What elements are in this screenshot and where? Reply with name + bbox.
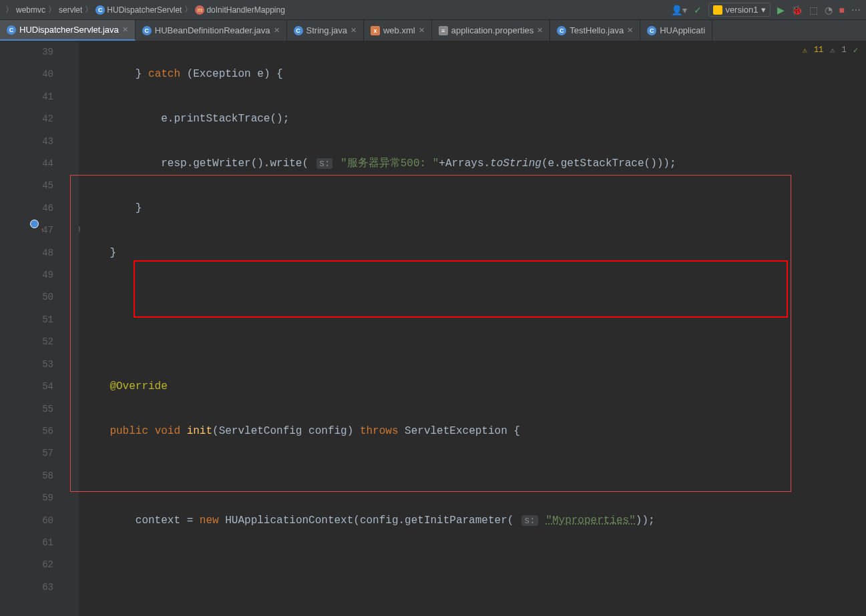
stop-icon[interactable]: ■ (839, 5, 845, 15)
close-icon[interactable]: ✕ (122, 25, 128, 34)
code-line (84, 286, 866, 308)
toolbar: 〉 webmvc 〉 servlet 〉 C HUDispatcherServl… (0, 0, 866, 20)
breadcrumb-method[interactable]: m doInitHandlerMapping (195, 5, 284, 15)
java-class-icon: C (557, 26, 566, 35)
checkmark-icon: ✓ (853, 45, 858, 55)
editor-tabs: C HUDispatcherServlet.java ✕ C HUBeanDef… (0, 20, 866, 41)
warning-icon: ⚠ (803, 45, 807, 55)
code-line: resp.getWriter().write( s: "服务器异常500: "+… (84, 153, 866, 175)
user-icon[interactable]: 👤▾ (671, 5, 687, 15)
java-class-icon: C (7, 25, 16, 35)
code-line (84, 554, 866, 576)
class-icon: C (95, 5, 105, 15)
code-line: } catch (Exception e) { (84, 63, 866, 85)
code-line: public void init(ServletConfig config) t… (84, 420, 866, 442)
parameter-hint: s: (316, 158, 333, 169)
toolbar-right: 👤▾ ✓ version1 ▾ ▶ 🐞 ⬚ ◔ ■ ⋯ (671, 3, 861, 17)
code-line (84, 331, 866, 353)
code-line: context = new HUApplicationContext(confi… (84, 510, 866, 532)
tab-huapp[interactable]: C HUApplicati (640, 20, 712, 41)
tab-string[interactable]: C String.java ✕ (287, 20, 364, 41)
vcs-checkmark-icon[interactable]: ✓ (694, 5, 702, 15)
code-line (84, 599, 866, 616)
breadcrumb-webmvc[interactable]: webmvc (16, 5, 45, 15)
xml-icon: x (371, 26, 380, 35)
override-icon[interactable] (30, 220, 39, 228)
tab-hudispatcher[interactable]: C HUDispatcherServlet.java ✕ (0, 20, 136, 41)
close-icon[interactable]: ✕ (351, 26, 357, 35)
fold-column (67, 41, 79, 616)
weak-warning-icon: ⚠ (830, 45, 835, 55)
properties-icon: ≡ (439, 26, 448, 35)
breadcrumb[interactable]: 〉 webmvc 〉 servlet 〉 C HUDispatcherServl… (5, 4, 668, 15)
coverage-icon[interactable]: ⬚ (809, 5, 818, 15)
up-arrow-icon: ↑ (40, 220, 45, 242)
parameter-hint: s: (521, 515, 538, 526)
breadcrumb-sep-icon: 〉 (184, 4, 192, 15)
java-class-icon: C (142, 26, 152, 35)
code-line: } (84, 198, 866, 220)
code-area[interactable]: } catch (Exception e) { e.printStackTrac… (79, 41, 866, 616)
breadcrumb-servlet[interactable]: servlet (59, 5, 82, 15)
profiler-icon[interactable]: ◔ (825, 5, 833, 15)
editor[interactable]: 39 40 41 42 43 44 45 46 47↑@ 48 49 50 51… (0, 41, 866, 616)
tab-webxml[interactable]: x web.xml ✕ (364, 20, 432, 41)
close-icon[interactable]: ✕ (537, 26, 543, 35)
tab-hubean[interactable]: C HUBeanDefinitionReader.java ✕ (136, 20, 287, 41)
code-line: } (84, 242, 866, 264)
run-icon[interactable]: ▶ (777, 5, 785, 15)
tab-appprops[interactable]: ≡ application.properties ✕ (432, 20, 551, 41)
breadcrumb-sep-icon: 〉 (5, 4, 13, 15)
breadcrumb-sep-icon: 〉 (48, 4, 56, 15)
close-icon[interactable]: ✕ (627, 26, 633, 35)
breadcrumb-sep-icon: 〉 (85, 4, 93, 15)
more-icon[interactable]: ⋯ (851, 5, 861, 15)
close-icon[interactable]: ✕ (419, 26, 425, 35)
java-class-icon: C (294, 26, 303, 35)
inspection-widget[interactable]: ⚠11 ⚠1 ✓ (803, 45, 858, 55)
tab-testhello[interactable]: C TestHello.java ✕ (550, 20, 640, 41)
java-class-icon: C (647, 26, 656, 35)
code-line: @Override (84, 376, 866, 398)
code-line: e.printStackTrace(); (84, 108, 866, 130)
method-icon: m (195, 5, 204, 15)
tomcat-icon (713, 5, 722, 15)
breadcrumb-class[interactable]: C HUDispatcherServlet (95, 5, 182, 15)
close-icon[interactable]: ✕ (274, 26, 280, 35)
line-number-gutter: 39 40 41 42 43 44 45 46 47↑@ 48 49 50 51… (0, 41, 67, 616)
code-line (84, 465, 866, 487)
chevron-down-icon: ▾ (761, 5, 766, 15)
run-config-selector[interactable]: version1 ▾ (708, 3, 770, 17)
debug-icon[interactable]: 🐞 (791, 5, 803, 15)
